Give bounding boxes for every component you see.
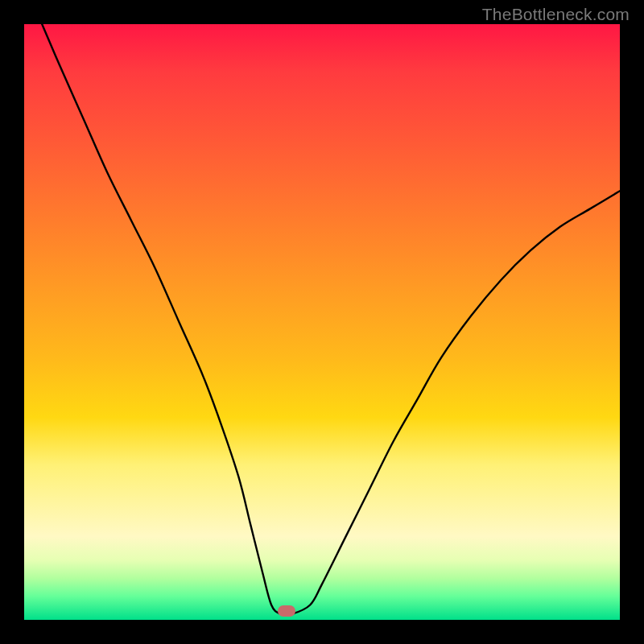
min-marker [278, 605, 295, 617]
chart-frame: TheBottleneck.com [0, 0, 644, 644]
curve-svg [24, 24, 620, 620]
plot-area [24, 24, 620, 620]
curve-path [42, 24, 620, 615]
watermark-text: TheBottleneck.com [482, 5, 630, 24]
